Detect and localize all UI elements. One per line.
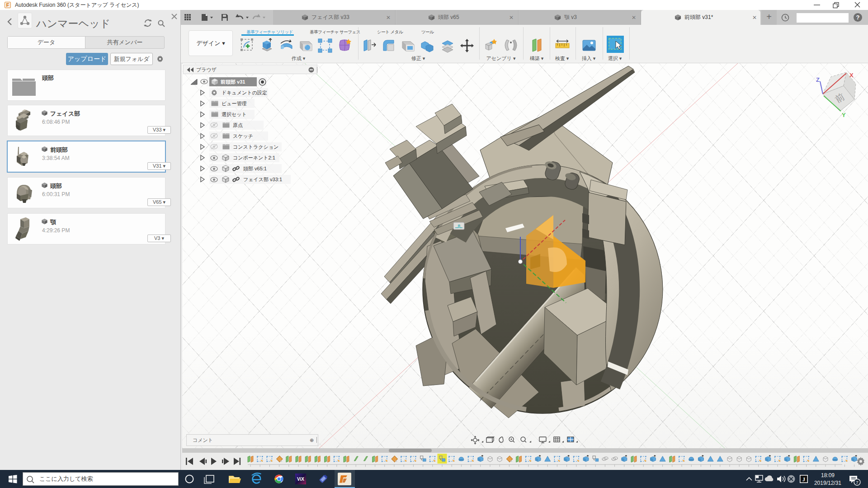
svg-text:7: 7 bbox=[856, 480, 858, 485]
svg-text:Z: Z bbox=[816, 76, 820, 83]
svg-text:ViX: ViX bbox=[297, 477, 304, 482]
svg-text:2019/12/31: 2019/12/31 bbox=[814, 480, 841, 486]
svg-text:X: X bbox=[849, 72, 854, 79]
svg-text:Y: Y bbox=[842, 112, 846, 118]
svg-text:J: J bbox=[802, 476, 805, 483]
svg-text:18:09: 18:09 bbox=[821, 472, 835, 479]
